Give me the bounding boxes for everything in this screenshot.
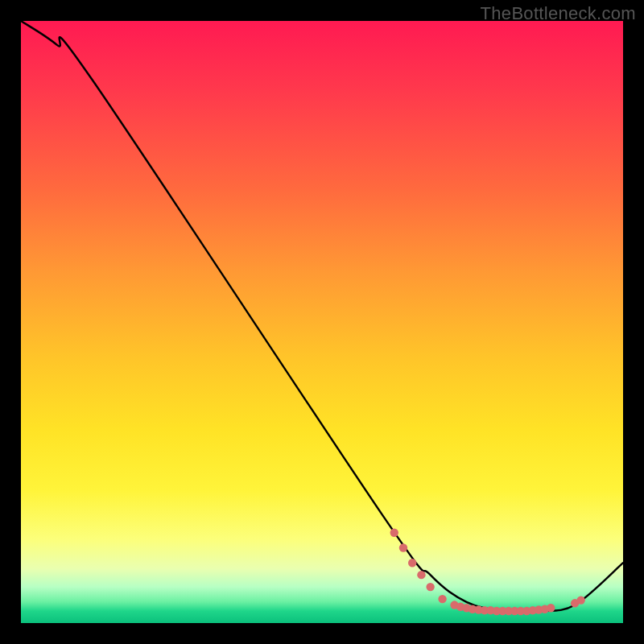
marker-dot — [417, 571, 425, 579]
curve-path — [21, 21, 623, 612]
marker-dot — [399, 543, 407, 551]
marker-dot — [390, 529, 398, 537]
marker-dot — [576, 596, 584, 604]
marker-dot — [426, 583, 434, 591]
plot-area — [21, 21, 623, 623]
chart-svg — [21, 21, 623, 623]
marker-group — [390, 529, 585, 616]
marker-dot — [547, 604, 555, 612]
marker-dot — [438, 595, 446, 603]
marker-dot — [408, 559, 416, 567]
chart-frame: TheBottleneck.com — [0, 0, 644, 644]
watermark-text: TheBottleneck.com — [481, 3, 636, 24]
